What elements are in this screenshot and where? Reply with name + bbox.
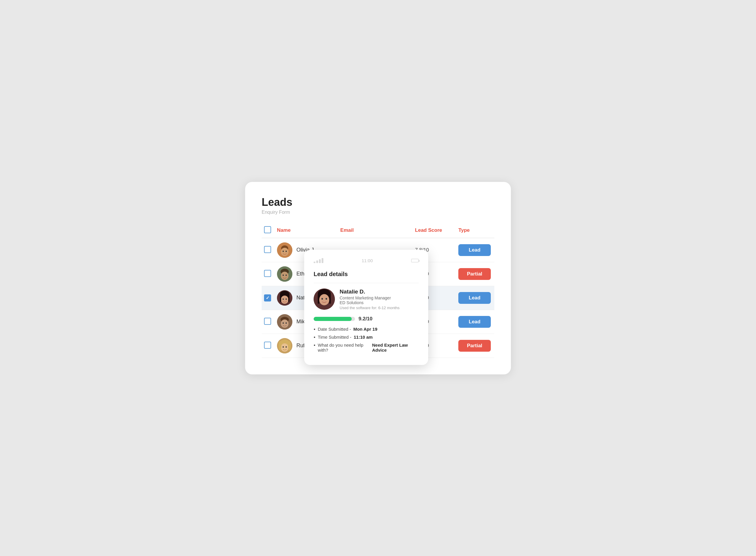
type-badge-rufina[interactable]: Partial <box>458 340 491 352</box>
row-type-cell: Partial <box>456 334 494 357</box>
popup-profile-role: Content Marketing Manager <box>340 296 400 300</box>
svg-point-26 <box>283 346 284 348</box>
svg-point-20 <box>281 319 288 328</box>
score-bar-background <box>314 317 355 321</box>
select-all-checkbox[interactable] <box>264 226 271 233</box>
popup-avatar <box>314 288 335 310</box>
popup-detail-value: 11:10 am <box>354 335 373 340</box>
popup-topbar: 11:00 <box>314 258 419 266</box>
row-type-cell: Lead <box>456 238 494 262</box>
lead-details-popup: 11:00 Lead details <box>304 250 428 365</box>
svg-rect-36 <box>318 295 319 304</box>
svg-point-7 <box>281 272 288 280</box>
type-badge-olivia[interactable]: Lead <box>458 244 491 256</box>
score-bar-fill <box>314 317 352 321</box>
avatar-mike <box>277 314 293 329</box>
row-checkbox-cell <box>262 334 275 357</box>
svg-rect-37 <box>329 295 331 304</box>
type-badge-natalie[interactable]: Lead <box>458 292 491 304</box>
page-subtitle: Enquiry Form <box>262 210 494 215</box>
popup-card: 11:00 Lead details <box>304 250 428 365</box>
svg-point-34 <box>321 298 323 300</box>
col-header-check <box>262 223 275 238</box>
type-badge-mike[interactable]: Lead <box>458 316 491 328</box>
col-header-email: Email <box>338 223 413 238</box>
type-badge-ethan[interactable]: Partial <box>458 268 491 280</box>
avatar-natalie <box>277 290 293 306</box>
row-type-cell: Lead <box>456 286 494 310</box>
svg-point-13 <box>281 296 288 304</box>
svg-point-9 <box>285 274 287 276</box>
svg-point-15 <box>285 298 287 300</box>
popup-time: 11:00 <box>362 258 373 263</box>
svg-point-29 <box>288 341 291 350</box>
svg-point-21 <box>283 322 284 324</box>
svg-point-35 <box>326 298 327 300</box>
row-checkbox-cell <box>262 262 275 286</box>
popup-profile-company: ED Solutions <box>340 300 400 305</box>
svg-point-14 <box>283 298 284 300</box>
main-card: Leads Enquiry Form Name Email Lead Score… <box>245 182 511 374</box>
row-checkbox-cell <box>262 286 275 310</box>
page-title: Leads <box>262 196 494 208</box>
popup-score-value: 9.2/10 <box>358 316 372 322</box>
svg-point-33 <box>319 294 329 305</box>
svg-point-2 <box>281 248 288 256</box>
table-header-row: Name Email Lead Score Type <box>262 223 494 238</box>
row-type-cell: Lead <box>456 310 494 334</box>
popup-profile-duration: Used the software for: 6-12 months <box>340 306 400 310</box>
col-header-type: Type <box>456 223 494 238</box>
popup-detail-value: Mon Apr 19 <box>353 326 377 332</box>
popup-detail-item: Date Submitted - Mon Apr 19 <box>314 326 419 332</box>
svg-point-28 <box>278 341 281 350</box>
popup-detail-item: What do you need help with?Need Expert L… <box>314 343 419 353</box>
col-header-name: Name <box>275 223 338 238</box>
signal-bars-icon <box>314 258 323 263</box>
avatar-olivia <box>277 242 293 258</box>
avatar-image <box>314 288 335 310</box>
svg-rect-16 <box>280 296 281 302</box>
popup-title: Lead details <box>314 271 419 278</box>
checkbox-natalie[interactable] <box>264 294 271 302</box>
popup-detail-item: Time Submitted - 11:10 am <box>314 335 419 340</box>
svg-point-8 <box>283 274 284 276</box>
popup-details-list: Date Submitted - Mon Apr 19Time Submitte… <box>314 326 419 353</box>
popup-divider <box>314 283 419 283</box>
svg-point-25 <box>281 343 288 352</box>
checkbox-olivia[interactable] <box>264 246 271 253</box>
checkbox-rufina[interactable] <box>264 342 271 349</box>
popup-profile-name: Natalie D. <box>340 288 400 295</box>
popup-profile: Natalie D. Content Marketing Manager ED … <box>314 288 419 310</box>
svg-point-27 <box>285 346 287 348</box>
row-checkbox-cell <box>262 238 275 262</box>
row-checkbox-cell <box>262 310 275 334</box>
svg-point-22 <box>285 322 287 324</box>
svg-point-4 <box>285 250 287 252</box>
svg-rect-17 <box>288 296 289 302</box>
popup-profile-info: Natalie D. Content Marketing Manager ED … <box>340 288 400 310</box>
popup-score-row: 9.2/10 <box>314 316 419 322</box>
row-type-cell: Partial <box>456 262 494 286</box>
checkbox-ethan[interactable] <box>264 270 271 277</box>
avatar-rufina <box>277 338 293 353</box>
svg-point-3 <box>283 250 284 252</box>
col-header-score: Lead Score <box>413 223 456 238</box>
battery-icon <box>411 259 419 263</box>
popup-detail-answer: Need Expert Law Advice <box>372 343 419 353</box>
avatar-ethan <box>277 266 293 282</box>
checkbox-mike[interactable] <box>264 318 271 325</box>
